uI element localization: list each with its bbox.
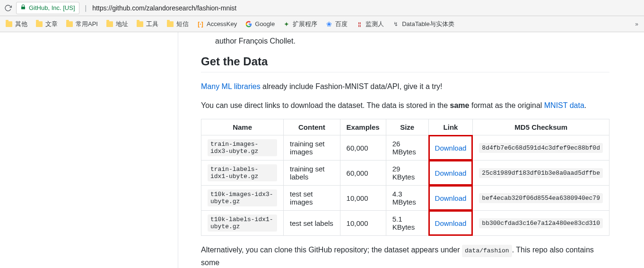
- address-divider: |: [85, 4, 87, 12]
- cell-link: Download: [428, 161, 473, 186]
- baidu-icon: ❀: [326, 21, 332, 27]
- cell-link: Download: [428, 186, 473, 211]
- para-libraries: Many ML libraries already include Fashio…: [201, 81, 609, 92]
- download-link[interactable]: Download: [435, 144, 467, 152]
- para-alternatively: Alternatively, you can clone this GitHub…: [201, 244, 609, 268]
- cell-examples: 60,000: [340, 135, 386, 161]
- bookmark-tools[interactable]: 工具: [137, 20, 158, 28]
- th-examples: Examples: [340, 119, 386, 135]
- table-row: train-images-idx3-ubyte.gztraining set i…: [201, 135, 609, 161]
- cell-md5: 8d4fb7e6c68d591d4c3dfef9ec88bf0d: [473, 135, 609, 161]
- cell-name: train-images-idx3-ubyte.gz: [201, 135, 284, 161]
- folder-icon: [137, 21, 143, 27]
- cell-examples: 10,000: [340, 186, 386, 211]
- md5-code: bef4ecab320f06d8554ea6380940ec79: [479, 193, 603, 203]
- bookmark-extensions[interactable]: ✦扩展程序: [283, 20, 317, 28]
- folder-icon: [167, 21, 174, 27]
- table-header-row: Name Content Examples Size Link MD5 Chec…: [201, 119, 609, 135]
- bookmarks-overflow-icon[interactable]: »: [635, 21, 638, 27]
- bookmark-sms[interactable]: 短信: [167, 20, 189, 28]
- refresh-icon[interactable]: [4, 4, 12, 12]
- filename-code: train-images-idx3-ubyte.gz: [208, 139, 277, 156]
- md5-code: 8d4fb7e6c68d591d4c3dfef9ec88bf0d: [479, 143, 603, 153]
- readme-body: author François Chollet. Get the Data Ma…: [178, 32, 632, 268]
- monitor-icon: ¦¦: [356, 21, 363, 27]
- bookmark-accesskey[interactable]: [·]AccessKey: [197, 20, 237, 27]
- cell-link: Download: [428, 135, 473, 161]
- cell-size: 5.1 KBytes: [386, 211, 428, 236]
- bookmark-address[interactable]: 地址: [106, 20, 128, 28]
- bookmark-google[interactable]: Google: [245, 20, 275, 27]
- th-link: Link: [428, 119, 473, 135]
- sidebar-gap: [0, 32, 178, 268]
- bookmark-articles[interactable]: 文章: [36, 20, 58, 28]
- th-md5: MD5 Checksum: [473, 119, 609, 135]
- th-size: Size: [386, 119, 428, 135]
- link-mnist-data[interactable]: MNIST data: [544, 101, 584, 109]
- cell-content: training set images: [284, 135, 340, 161]
- bookmarks-bar: 其他 文章 常用API 地址 工具 短信 [·]AccessKey Google…: [0, 16, 644, 32]
- google-icon: [245, 21, 252, 27]
- th-name: Name: [201, 119, 284, 135]
- filename-code: t10k-images-idx3-ubyte.gz: [208, 189, 277, 206]
- cell-examples: 60,000: [340, 161, 386, 186]
- md5-code: 25c81989df183df01b3e8a0aad5dffbe: [479, 168, 603, 178]
- cell-content: test set images: [284, 186, 340, 211]
- bookmark-api[interactable]: 常用API: [66, 20, 98, 28]
- download-link[interactable]: Download: [435, 169, 467, 177]
- download-link[interactable]: Download: [435, 194, 467, 202]
- folder-icon: [66, 21, 73, 27]
- download-link[interactable]: Download: [435, 219, 467, 227]
- filename-code: t10k-labels-idx1-ubyte.gz: [208, 214, 277, 232]
- folder-icon: [36, 21, 43, 27]
- cell-name: t10k-labels-idx1-ubyte.gz: [201, 211, 284, 236]
- code-path: data/fashion: [462, 245, 512, 257]
- page-content: author François Chollet. Get the Data Ma…: [0, 32, 644, 268]
- heading-get-the-data: Get the Data: [201, 55, 609, 72]
- bookmark-other[interactable]: 其他: [6, 20, 27, 28]
- link-ml-libraries[interactable]: Many ML libraries: [201, 82, 261, 90]
- th-content: Content: [284, 119, 340, 135]
- cell-name: train-labels-idx1-ubyte.gz: [201, 161, 284, 186]
- dataset-table: Name Content Examples Size Link MD5 Chec…: [201, 119, 609, 236]
- bookmark-baidu[interactable]: ❀百度: [326, 20, 348, 28]
- cell-md5: bb300cfdad3c16e7a12a480ee83cd310: [473, 211, 609, 236]
- same-emphasis: same: [450, 101, 470, 109]
- url-text[interactable]: https://github.com/zalandoresearch/fashi…: [92, 4, 236, 12]
- table-row: train-labels-idx1-ubyte.gztraining set l…: [201, 161, 609, 186]
- table-row: t10k-labels-idx1-ubyte.gztest set labels…: [201, 211, 609, 236]
- cell-name: t10k-images-idx3-ubyte.gz: [201, 186, 284, 211]
- cell-size: 26 MBytes: [386, 135, 428, 161]
- cell-link: Download: [428, 211, 473, 236]
- filename-code: train-labels-idx1-ubyte.gz: [208, 164, 277, 181]
- cell-content: test set labels: [284, 211, 340, 236]
- cell-md5: 25c81989df183df01b3e8a0aad5dffbe: [473, 161, 609, 186]
- bookmark-monitor[interactable]: ¦¦监测人: [356, 20, 384, 28]
- accesskey-icon: [·]: [197, 21, 204, 27]
- datatable-icon: ↯: [392, 21, 399, 27]
- cell-size: 4.3 MBytes: [386, 186, 428, 211]
- lock-icon: [20, 4, 26, 11]
- folder-icon: [106, 21, 113, 27]
- md5-code: bb300cfdad3c16e7a12a480ee83cd310: [479, 218, 603, 228]
- cell-examples: 10,000: [340, 211, 386, 236]
- cell-size: 29 KBytes: [386, 161, 428, 186]
- browser-address-bar: GitHub, Inc. [US] | https://github.com/z…: [0, 0, 644, 16]
- author-line: author François Chollet.: [215, 37, 609, 45]
- cell-content: training set labels: [284, 161, 340, 186]
- secure-org: GitHub, Inc. [US]: [29, 4, 75, 11]
- bookmark-datatable[interactable]: ↯DataTable与实体类: [392, 20, 454, 28]
- cell-md5: bef4ecab320f06d8554ea6380940ec79: [473, 186, 609, 211]
- folder-icon: [6, 21, 12, 27]
- secure-origin-chip[interactable]: GitHub, Inc. [US]: [16, 2, 79, 14]
- table-row: t10k-images-idx3-ubyte.gztest set images…: [201, 186, 609, 211]
- puzzle-icon: ✦: [283, 21, 290, 27]
- para-direct-links: You can use direct links to download the…: [201, 100, 609, 111]
